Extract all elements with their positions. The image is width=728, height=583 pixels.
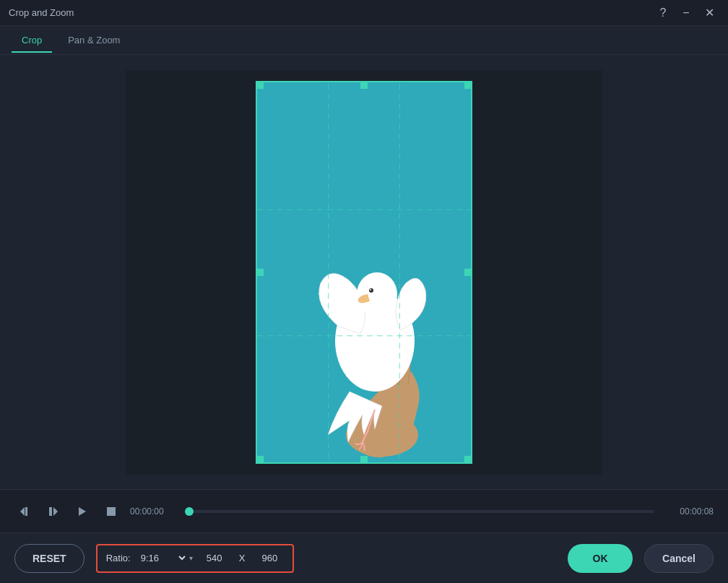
- minimize-button[interactable]: −: [676, 4, 696, 22]
- tabs-container: Crop Pan & Zoom: [0, 26, 728, 55]
- reset-button[interactable]: RESET: [14, 544, 84, 573]
- title-bar-controls: ? − ✕: [653, 4, 719, 22]
- ratio-label: Ratio:: [106, 553, 131, 563]
- ratio-box: Ratio: 9:16 16:9 1:1 4:3 3:4 Custom ▾ X: [96, 544, 295, 573]
- progress-track[interactable]: [189, 510, 654, 513]
- timeline-bar: 00:00:00 00:00:08: [0, 489, 728, 532]
- step-back-button[interactable]: [14, 501, 35, 522]
- svg-marker-14: [79, 507, 86, 516]
- total-time-display: 00:00:08: [663, 506, 714, 517]
- stop-button[interactable]: [101, 501, 121, 522]
- tab-crop[interactable]: Crop: [12, 29, 52, 53]
- progress-thumb[interactable]: [185, 507, 194, 516]
- svg-rect-15: [107, 507, 116, 516]
- play-button[interactable]: [72, 501, 92, 522]
- window-title: Crop and Zoom: [9, 7, 74, 18]
- svg-point-4: [369, 288, 373, 293]
- close-button[interactable]: ✕: [699, 4, 719, 22]
- svg-point-5: [370, 289, 371, 290]
- ok-button[interactable]: OK: [568, 544, 633, 573]
- current-time-display: 00:00:00: [130, 506, 181, 517]
- ratio-width-input[interactable]: [200, 553, 229, 563]
- preview-image: [256, 81, 472, 464]
- video-preview: [126, 70, 602, 475]
- progress-container[interactable]: [189, 510, 654, 513]
- title-bar-left: Crop and Zoom: [9, 7, 74, 18]
- svg-rect-12: [49, 507, 52, 516]
- ratio-select-wrapper[interactable]: 9:16 16:9 1:1 4:3 3:4 Custom ▾: [138, 552, 193, 564]
- ratio-select[interactable]: 9:16 16:9 1:1 4:3 3:4 Custom: [138, 552, 188, 564]
- title-bar: Crop and Zoom ? − ✕: [0, 0, 728, 26]
- tab-pan-zoom[interactable]: Pan & Zoom: [58, 29, 130, 53]
- cancel-button[interactable]: Cancel: [644, 544, 714, 573]
- ratio-x-separator: X: [239, 553, 246, 563]
- svg-rect-11: [25, 507, 27, 516]
- help-button[interactable]: ?: [653, 4, 673, 22]
- bottom-controls: RESET Ratio: 9:16 16:9 1:1 4:3 3:4 Custo…: [0, 532, 728, 583]
- play-pause-button[interactable]: [43, 501, 64, 522]
- svg-point-3: [357, 272, 397, 316]
- svg-marker-13: [53, 507, 58, 516]
- ratio-chevron-icon: ▾: [189, 554, 193, 562]
- main-content: [0, 55, 728, 489]
- svg-marker-10: [20, 507, 25, 516]
- image-frame[interactable]: [256, 81, 472, 464]
- ratio-height-input[interactable]: [255, 553, 284, 563]
